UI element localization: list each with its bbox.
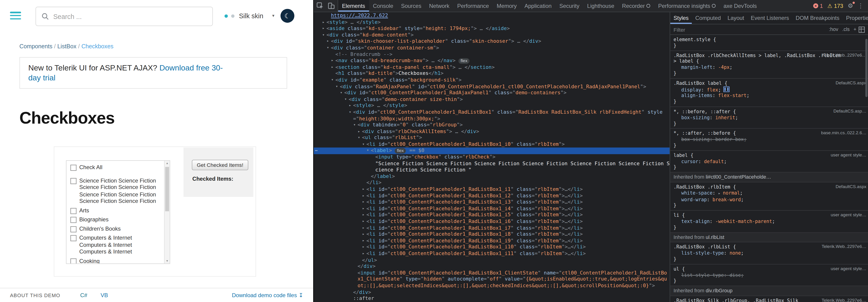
- css-rule[interactable]: DefaultCS.aspx.RadListBox label {display…: [670, 79, 868, 107]
- tree-node[interactable]: https://…2022.7.622: [314, 13, 670, 19]
- download-demo-code-link[interactable]: Download demo code files↧: [232, 292, 303, 298]
- inherited-element-link[interactable]: div.rlbGroup: [706, 288, 733, 294]
- tree-node[interactable]: ▸<li id="ctl00_ContentPlaceholder1_RadLi…: [314, 225, 670, 231]
- devtools-tab-elements[interactable]: Elements: [338, 0, 369, 11]
- devtools-tab-memory[interactable]: Memory: [493, 0, 521, 11]
- device-toolbar-icon[interactable]: [328, 2, 335, 9]
- css-property[interactable]: display: flex;: [674, 86, 866, 93]
- stylesheet-source-link[interactable]: DefaultCS.asp…: [833, 109, 866, 115]
- tree-node[interactable]: ▸<section class="kd-cta-panel cta-small"…: [314, 64, 670, 71]
- stylesheet-source-link[interactable]: user agent style…: [831, 266, 866, 272]
- css-property[interactable]: list-style-type: none;: [674, 250, 866, 256]
- tree-node[interactable]: ▸<style> … </style>: [314, 103, 670, 109]
- tree-node[interactable]: <input type="checkbox" class="rlbCheck">: [314, 154, 670, 160]
- tree-node[interactable]: ▸<li id="ctl00_ContentPlaceholder1_RadLi…: [314, 219, 670, 225]
- checkbox-icon[interactable]: [70, 178, 76, 184]
- stylesheet-source-link[interactable]: base.min.cs..022.2.6…: [821, 130, 866, 137]
- css-property[interactable]: list-style-type: disc;: [674, 272, 866, 278]
- tree-node[interactable]: </li>: [314, 180, 670, 186]
- skin-chooser[interactable]: Silk skin: [239, 12, 263, 20]
- css-rule[interactable]: user agent style…li {text-align: -webkit…: [670, 211, 868, 233]
- css-rule[interactable]: DefaultCS.asp…*, ::before, ::after {box-…: [670, 107, 868, 129]
- scroll-up-icon[interactable]: ▲: [165, 161, 170, 166]
- css-property[interactable]: box-sizing: border-box;: [674, 137, 866, 143]
- tree-node[interactable]: <h1 class="kd-title">Checkboxes</h1>: [314, 71, 670, 77]
- dot-active[interactable]: [224, 14, 228, 18]
- tree-node[interactable]: ▾<ul class="rlbList">: [314, 135, 670, 142]
- tree-node[interactable]: ▸<li id="ctl00_ContentPlaceholder1_RadLi…: [314, 206, 670, 212]
- tab-csharp[interactable]: C#: [80, 292, 87, 298]
- tree-node[interactable]: ▸<li id="ctl00_ContentPlaceholder1_RadLi…: [314, 238, 670, 244]
- list-item[interactable]: Children's Books: [69, 224, 162, 234]
- css-rule[interactable]: element.style {}: [670, 35, 868, 51]
- inspect-element-icon[interactable]: [316, 2, 323, 9]
- tree-node[interactable]: ▾<div class="container container-sm">: [314, 45, 670, 51]
- css-property[interactable]: align-items: flex-start;: [674, 93, 866, 99]
- styles-tab-computed[interactable]: Computed: [692, 12, 724, 24]
- check-all-item[interactable]: Check All: [69, 163, 162, 172]
- filter-toggle[interactable]: .cls: [842, 27, 849, 32]
- stylesheet-source-link[interactable]: DefaultCS.aspx: [836, 184, 866, 190]
- tree-node[interactable]: ▾<div id="ctl00_ContentPlaceholder1_RadL…: [314, 109, 670, 122]
- search-input[interactable]: [52, 12, 213, 21]
- console-errors-badge[interactable]: 1: [813, 3, 823, 9]
- css-property[interactable]: word-wrap: break-word;: [674, 197, 866, 203]
- css-rule[interactable]: base.min.cs..022.2.6…*, ::after, ::befor…: [670, 129, 868, 151]
- list-item[interactable]: Science Fiction Science Fiction Science …: [69, 176, 162, 206]
- css-rule[interactable]: DefaultCS.aspx.RadListBox .rlbItem {whit…: [670, 182, 868, 211]
- tree-node[interactable]: ▸<li id="ctl00_ContentPlaceholder1_RadLi…: [314, 199, 670, 206]
- tree-node[interactable]: ▸<div id="skin-chooser-list-placeholder"…: [314, 38, 670, 45]
- css-property[interactable]: text-align: -webkit-match-parent;: [674, 218, 866, 224]
- css-rule[interactable]: user agent style…ul {list-style-type: di…: [670, 264, 868, 286]
- checkbox-icon[interactable]: [70, 226, 76, 232]
- tree-node[interactable]: ▾<li id="ctl00_ContentPlaceholder1_RadLi…: [314, 142, 670, 148]
- stylesheet-source-link[interactable]: Telerik.Web..2297e6…: [822, 53, 866, 58]
- tree-node[interactable]: ▾<div class="demo-container size-thin">: [314, 96, 670, 103]
- css-rule[interactable]: Telerik.Web..2297e6….RadListBox_Silk .rl…: [670, 296, 868, 302]
- styles-tab-properties[interactable]: Properties: [843, 12, 868, 24]
- list-item[interactable]: Cooking: [69, 256, 162, 264]
- tree-node[interactable]: ▸<div class="rlbCheckAllItems"> … </div>: [314, 128, 670, 135]
- list-item[interactable]: Computers & Internet Computers & Interne…: [69, 233, 162, 256]
- inherited-element-link[interactable]: ul.rlbList: [706, 234, 724, 240]
- breadcrumb-components[interactable]: Components: [20, 43, 53, 50]
- tree-node[interactable]: ▾<div class="kd-demo-content">: [314, 32, 670, 38]
- tree-node[interactable]: ▸<li id="ctl00_ContentPlaceholder1_RadLi…: [314, 212, 670, 219]
- grid-settings-icon[interactable]: [859, 26, 865, 32]
- more-options-icon[interactable]: ⋮: [858, 2, 864, 9]
- tree-node-selected[interactable]: ⋯▾<label>flex== $0: [314, 148, 670, 154]
- dot-inactive[interactable]: [231, 14, 235, 18]
- styles-tab-layout[interactable]: Layout: [724, 12, 747, 24]
- skin-pager-dots[interactable]: [224, 14, 235, 18]
- console-warnings-badge[interactable]: ⚠173: [827, 3, 843, 9]
- devtools-tab-security[interactable]: Security: [556, 0, 583, 11]
- filter-toggle[interactable]: +: [854, 27, 857, 32]
- tree-node[interactable]: <input id="ctl00_ContentPlaceholder1_Rad…: [314, 270, 670, 289]
- tree-node[interactable]: <!-- Breadcrumb -->: [314, 51, 670, 58]
- tree-node[interactable]: </ul>: [314, 257, 670, 264]
- styles-scrollbar-thumb[interactable]: [865, 39, 868, 97]
- tab-vb[interactable]: VB: [101, 292, 108, 298]
- css-rule[interactable]: Telerik.Web..2297e6….RadListBox .rlbList…: [670, 243, 868, 265]
- tree-node[interactable]: ▸<li id="ctl00_ContentPlaceholder1_RadLi…: [314, 231, 670, 238]
- stylesheet-source-link[interactable]: Telerik.Web..2297e6…: [822, 244, 866, 250]
- tree-node[interactable]: ▸<li id="ctl00_ContentPlaceholder1_RadLi…: [314, 251, 670, 257]
- checkbox-icon[interactable]: [70, 208, 76, 214]
- dark-mode-toggle[interactable]: ☾: [280, 9, 294, 23]
- checkbox-icon[interactable]: [70, 235, 76, 241]
- devtools-tab-application[interactable]: Application: [521, 0, 556, 11]
- styles-filter-input[interactable]: Filter: [674, 26, 685, 32]
- devtools-tab-sources[interactable]: Sources: [397, 0, 425, 11]
- tree-node[interactable]: ▸<style> … </style>: [314, 19, 670, 26]
- tree-node[interactable]: ▸<aside class="kd-sidebar" style="height…: [314, 26, 670, 32]
- devtools-tab-recorder[interactable]: Recorder: [618, 0, 654, 11]
- list-item[interactable]: Biographies: [69, 215, 162, 224]
- devtools-tab-lighthouse[interactable]: Lighthouse: [583, 0, 618, 11]
- styles-tab-styles[interactable]: Styles: [670, 12, 692, 24]
- menu-icon[interactable]: [10, 11, 21, 20]
- scroll-down-icon[interactable]: ▼: [165, 258, 170, 264]
- devtools-tab-axe-devtools[interactable]: axe DevTools: [720, 0, 761, 11]
- get-checked-items-button[interactable]: Get Checked Items!: [192, 160, 248, 170]
- tree-node[interactable]: ▾<div class="RadAjaxPanel" id="ctl00_Con…: [314, 83, 670, 90]
- listbox-scrollbar[interactable]: ▲ ▼: [164, 161, 169, 264]
